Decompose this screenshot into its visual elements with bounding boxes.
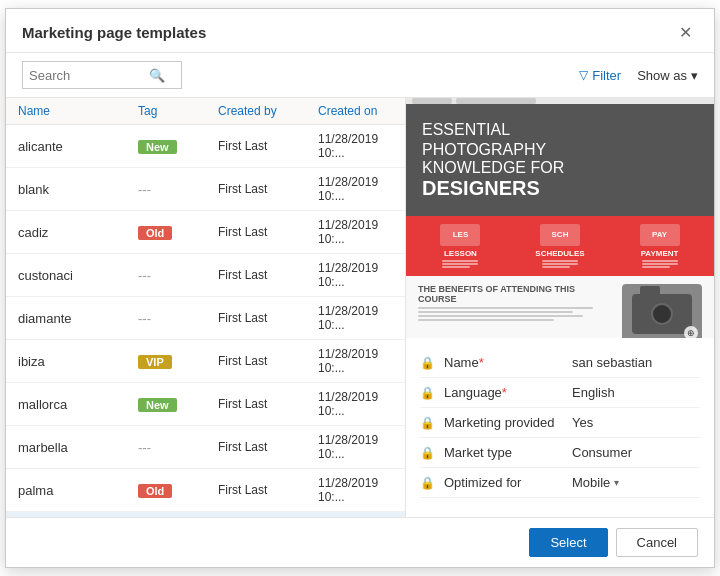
search-icon: 🔍 — [149, 68, 165, 83]
cta-label: SCHEDULES — [535, 249, 584, 258]
preview-bottom-title: THE BENEFITS OF ATTENDING THIS COURSE — [418, 284, 612, 304]
table-row[interactable]: cadiz Old First Last 11/28/2019 10:... — [6, 211, 405, 254]
preview-line — [418, 311, 573, 313]
row-creator: First Last — [218, 397, 318, 411]
row-creator: First Last — [218, 268, 318, 282]
preview-bottom-lines — [418, 307, 612, 321]
cta-item: PAY PAYMENT — [640, 224, 680, 268]
cta-box: PAY — [640, 224, 680, 246]
col-tag[interactable]: Tag — [138, 104, 218, 118]
table-row[interactable]: diamante --- First Last 11/28/2019 10:..… — [6, 297, 405, 340]
row-tag: New — [138, 139, 218, 154]
required-indicator: * — [502, 385, 507, 400]
cancel-button[interactable]: Cancel — [616, 528, 698, 557]
row-creator: First Last — [218, 440, 318, 454]
show-as-button[interactable]: Show as ▾ — [637, 68, 698, 83]
list-header: Name Tag Created by Created on — [6, 98, 405, 125]
chevron-down-icon: ▾ — [691, 68, 698, 83]
row-name: marbella — [18, 440, 138, 455]
property-row: 🔒 Market type Consumer — [420, 438, 700, 468]
tag-empty: --- — [138, 268, 151, 283]
row-name: ibiza — [18, 354, 138, 369]
row-date: 11/28/2019 10:... — [318, 433, 393, 461]
row-tag: --- — [138, 182, 218, 197]
row-tag: New — [138, 397, 218, 412]
property-row: 🔒 Marketing provided Yes — [420, 408, 700, 438]
camera-top — [640, 286, 660, 294]
prop-label: Market type — [444, 445, 564, 460]
lock-icon: 🔒 — [420, 386, 436, 400]
row-date: 11/28/2019 10:... — [318, 175, 393, 203]
row-date: 11/28/2019 10:... — [318, 304, 393, 332]
tag-empty: --- — [138, 182, 151, 197]
list-panel: Name Tag Created by Created on alicante … — [6, 98, 406, 517]
prop-label: Marketing provided — [444, 415, 564, 430]
preview-bottom: THE BENEFITS OF ATTENDING THIS COURSE — [406, 276, 714, 338]
row-name: cadiz — [18, 225, 138, 240]
col-name[interactable]: Name — [18, 104, 138, 118]
preview-line — [418, 319, 554, 321]
table-row[interactable]: ibiza VIP First Last 11/28/2019 10:... — [6, 340, 405, 383]
dropdown-arrow-icon: ▾ — [614, 477, 619, 488]
row-name: diamante — [18, 311, 138, 326]
row-tag: Old — [138, 225, 218, 240]
tag-empty: --- — [138, 440, 151, 455]
preview-line — [418, 307, 593, 309]
tag-badge: New — [138, 398, 177, 412]
filter-icon: ▽ — [579, 68, 588, 82]
cta-label: LESSON — [444, 249, 477, 258]
row-name: alicante — [18, 139, 138, 154]
dialog-body: Name Tag Created by Created on alicante … — [6, 98, 714, 517]
table-row[interactable]: marbella --- First Last 11/28/2019 10:..… — [6, 426, 405, 469]
dialog-title: Marketing page templates — [22, 24, 206, 41]
row-date: 11/28/2019 10:... — [318, 347, 393, 375]
row-name: blank — [18, 182, 138, 197]
table-row[interactable]: custonaci --- First Last 11/28/2019 10:.… — [6, 254, 405, 297]
dialog-toolbar: 🔍 ▽ Filter Show as ▾ — [6, 53, 714, 98]
row-date: 11/28/2019 10:... — [318, 476, 393, 504]
hero-line1: ESSENTIAL — [422, 120, 564, 141]
col-created-on[interactable]: Created on — [318, 104, 393, 118]
dialog-header: Marketing page templates ✕ — [6, 9, 714, 53]
properties-panel: 🔒 Name* san sebastian 🔒 Language* Englis… — [406, 338, 714, 508]
toolbar-right: ▽ Filter Show as ▾ — [579, 68, 698, 83]
row-creator: First Last — [218, 354, 318, 368]
prop-value[interactable]: Mobile▾ — [572, 475, 700, 490]
preview-hero: ESSENTIAL PHOTOGRAPHY KNOWLEDGE FOR DESI… — [406, 104, 714, 216]
row-date: 11/28/2019 10:... — [318, 218, 393, 246]
row-creator: First Last — [218, 483, 318, 497]
filter-button[interactable]: ▽ Filter — [579, 68, 621, 83]
lock-icon: 🔒 — [420, 476, 436, 490]
prop-label: Optimized for — [444, 475, 564, 490]
tag-badge: Old — [138, 226, 172, 240]
property-row: 🔒 Name* san sebastian — [420, 348, 700, 378]
row-tag: --- — [138, 311, 218, 326]
required-indicator: * — [479, 355, 484, 370]
filter-label: Filter — [592, 68, 621, 83]
search-input[interactable] — [29, 68, 149, 83]
lock-icon: 🔒 — [420, 446, 436, 460]
list-body[interactable]: alicante New First Last 11/28/2019 10:..… — [6, 125, 405, 517]
table-row[interactable]: alicante New First Last 11/28/2019 10:..… — [6, 125, 405, 168]
cta-item: LES LESSON — [440, 224, 480, 268]
col-created-by[interactable]: Created by — [218, 104, 318, 118]
cta-box: SCH — [540, 224, 580, 246]
close-button[interactable]: ✕ — [673, 21, 698, 44]
table-row[interactable]: blank --- First Last 11/28/2019 10:... — [6, 168, 405, 211]
dialog-footer: Select Cancel — [6, 517, 714, 567]
cta-lines — [542, 260, 578, 268]
table-row[interactable]: palma Old First Last 11/28/2019 10:... — [6, 469, 405, 512]
property-row: 🔒 Optimized for Mobile▾ — [420, 468, 700, 498]
preview-image: ESSENTIAL PHOTOGRAPHY KNOWLEDGE FOR DESI… — [406, 98, 714, 338]
zoom-icon[interactable]: ⊕ — [684, 326, 698, 338]
tag-empty: --- — [138, 311, 151, 326]
preview-bottom-text: THE BENEFITS OF ATTENDING THIS COURSE — [418, 284, 612, 338]
select-button[interactable]: Select — [529, 528, 607, 557]
row-name: palma — [18, 483, 138, 498]
preview-line — [418, 315, 583, 317]
preview-hero-text: ESSENTIAL PHOTOGRAPHY KNOWLEDGE FOR DESI… — [422, 120, 564, 200]
preview-camera: ⊕ — [622, 284, 702, 338]
row-name: custonaci — [18, 268, 138, 283]
table-row[interactable]: mallorca New First Last 11/28/2019 10:..… — [6, 383, 405, 426]
cta-lines — [642, 260, 678, 268]
